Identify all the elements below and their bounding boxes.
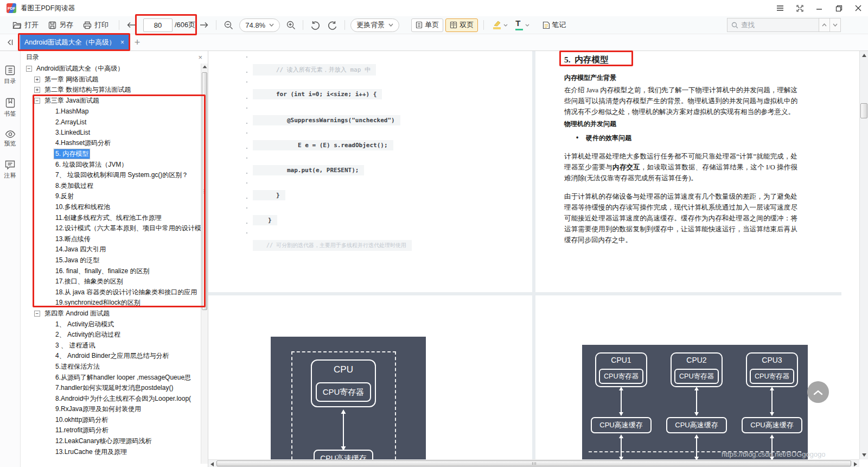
toc-item[interactable]: 14.Java 四大引用 [21, 244, 201, 255]
scroll-down-icon[interactable] [862, 453, 866, 457]
toc-item[interactable]: −第三章 Java面试题 [21, 96, 201, 106]
toc-item[interactable]: 6. 垃圾回收算法（JVM） [21, 159, 201, 170]
chevron-up-icon [813, 389, 823, 395]
toc-panel-header: 目录 × [21, 51, 208, 64]
toc-item[interactable]: 1、 Activity启动模式 [21, 319, 201, 330]
double-page-button[interactable]: 双页 [445, 18, 478, 32]
minimize-icon[interactable] [809, 0, 829, 16]
page-number-input[interactable] [143, 18, 173, 32]
horizontal-scrollbar[interactable] [208, 459, 859, 467]
toc-item[interactable]: −第四章 Android 面试题 [21, 308, 201, 319]
zoom-in-icon[interactable] [284, 18, 297, 32]
sidebar-item-annotation[interactable]: 注释 [4, 160, 16, 180]
toc-item[interactable]: 2.ArrayList [21, 117, 201, 128]
vertical-scrollbar[interactable] [859, 51, 868, 459]
toc-item[interactable]: 11.创建多线程方式、线程池工作原理 [21, 212, 201, 223]
sidebar-item-bookmark[interactable]: 书签 [4, 98, 16, 118]
tree-toggle-plus-icon[interactable]: + [34, 77, 40, 83]
toc-item[interactable]: 7.handler如何实现延时发消息postdelay() [21, 383, 201, 394]
toc-item[interactable]: 18.从 java 容器类的设计讨论抽象类和接口的应用 [21, 287, 201, 298]
next-page-button[interactable] [197, 18, 210, 32]
horizontal-scrollbar-thumb[interactable] [216, 460, 851, 466]
toc-item[interactable]: 8.Android中为什么主线程不会因为Looper.loop( [21, 393, 201, 404]
toc-item[interactable]: −Android面试题大全（中高级） [21, 64, 201, 74]
cpu-register-box: CPU寄存器 [674, 369, 719, 384]
find-previous-button[interactable] [819, 18, 830, 32]
find-next-button[interactable] [830, 18, 841, 32]
menu-icon[interactable] [770, 0, 790, 16]
notes-button[interactable]: 笔记 [539, 18, 570, 32]
toc-item[interactable]: 12.设计模式（六大基本原则、项目中常用的设计模 [21, 223, 201, 234]
toc-item[interactable]: 19.synchronized和lock的区别 [21, 298, 201, 308]
prev-page-button[interactable] [125, 18, 138, 32]
toc-item[interactable]: 15.Java 的泛型 [21, 255, 201, 266]
toc-item[interactable]: 13.LruCache 使用及原理 [21, 446, 201, 457]
toc-item[interactable]: 2、 Activity的启动过程 [21, 330, 201, 340]
toc-scrollbar-thumb[interactable] [202, 72, 207, 310]
back-to-top-button[interactable] [807, 381, 829, 403]
toc-item[interactable]: 4、 Android Binder之应用层总结与分析 [21, 351, 201, 362]
toc-item[interactable]: 9.RxJava原理及如何封装使用 [21, 404, 201, 415]
toc-item-label: 9.RxJava原理及如何封装使用 [54, 405, 142, 414]
toc-item[interactable]: 8.类加载过程 [21, 181, 201, 192]
tree-toggle-minus-icon[interactable]: − [34, 98, 40, 104]
save-as-button[interactable]: 另存 [43, 18, 78, 32]
maximize-icon[interactable] [829, 0, 848, 16]
double-arrow-icon [617, 434, 625, 459]
tab-close-icon[interactable]: × [120, 39, 124, 46]
vertical-scrollbar-thumb[interactable] [860, 103, 867, 118]
change-background-dropdown[interactable]: 更换背景 [350, 18, 399, 32]
undo-icon[interactable] [309, 18, 322, 32]
scroll-right-icon[interactable] [854, 462, 857, 466]
search-field[interactable] [727, 18, 819, 32]
toc-item[interactable]: +第一章 网络面试题 [21, 74, 201, 85]
change-background-label: 更换背景 [356, 20, 385, 30]
text-tool-icon: T [515, 20, 523, 30]
toc-item[interactable]: 3.LinkedList [21, 128, 201, 138]
sidebar-item-preview[interactable]: 预览 [4, 130, 16, 148]
document-tab[interactable]: Android面试题大全（中高级） × [20, 34, 129, 51]
toc-item[interactable]: 5.进程保活方法 [21, 362, 201, 373]
collapse-sidebar-icon[interactable] [3, 34, 16, 51]
toc-item[interactable]: 10.okhttp源码分析 [21, 415, 201, 426]
toc-scrollbar[interactable] [201, 64, 208, 464]
toc-item[interactable]: 17.接口、抽象类的区别 [21, 276, 201, 287]
fullscreen-icon[interactable] [790, 0, 809, 16]
window-controls [770, 0, 868, 16]
toc-item[interactable]: 16. final、finally、finalize 的区别 [21, 266, 201, 276]
open-button[interactable]: 打开 [8, 18, 43, 32]
search-input[interactable] [741, 21, 812, 29]
tree-toggle-minus-icon[interactable]: − [26, 66, 32, 72]
zoom-out-icon[interactable] [222, 18, 235, 32]
toc-item[interactable]: 13.断点续传 [21, 234, 201, 245]
highlighter-tool-button[interactable] [489, 18, 512, 32]
toc-item[interactable]: 4.Hashset源码分析 [21, 138, 201, 149]
tree-toggle-plus-icon[interactable]: + [34, 87, 40, 93]
toc-item[interactable]: 12.LeakCanary核心原理源码浅析 [21, 436, 201, 447]
toc-item[interactable]: 7、 垃圾回收机制和调用 System.gc()的区别？ [21, 170, 201, 181]
toc-item[interactable]: 6.从源码了解handler looper ,messageQueue思 [21, 372, 201, 383]
toc-item-label: 17.接口、抽象类的区别 [54, 277, 124, 286]
paragraph-mark [246, 232, 247, 234]
close-icon[interactable] [848, 0, 868, 16]
text-tool-button[interactable]: T [512, 18, 533, 32]
zoom-level-dropdown[interactable]: 74.8% [239, 18, 280, 32]
tree-toggle-minus-icon[interactable]: − [34, 311, 40, 317]
scroll-left-icon[interactable] [210, 462, 214, 466]
single-page-button[interactable]: 单页 [411, 18, 443, 32]
toc-item[interactable]: 5. 内存模型 [21, 149, 201, 160]
toc-item[interactable]: 11.retrofit源码分析 [21, 425, 201, 436]
toc-item[interactable]: +第二章 数据结构与算法面试题 [21, 85, 201, 96]
toc-close-icon[interactable]: × [198, 53, 202, 61]
toc-item[interactable]: 9.反射 [21, 191, 201, 202]
new-tab-button[interactable]: + [129, 37, 146, 48]
toc-item[interactable]: 10.多线程和线程池 [21, 202, 201, 213]
toc-item[interactable]: 3 、 进程通讯 [21, 340, 201, 351]
redo-icon[interactable] [326, 18, 339, 32]
scroll-up-icon[interactable] [862, 54, 866, 57]
print-button[interactable]: 打印 [78, 18, 113, 32]
sidebar-item-toc[interactable]: 目录 [4, 65, 16, 85]
toc-item[interactable]: 1.HashMap [21, 106, 201, 117]
pdf-view[interactable]: // 读入所有元素，并放入 map 中for (int i=0; i<size;… [208, 51, 859, 459]
highlighter-icon [493, 21, 501, 29]
